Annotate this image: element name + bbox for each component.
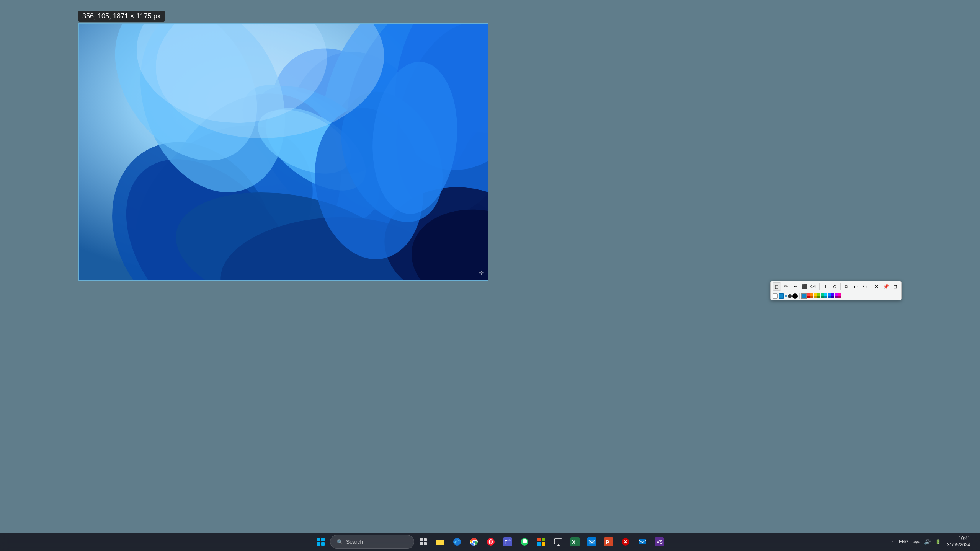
swatch-5[interactable]: [821, 293, 824, 296]
svg-text:T: T: [505, 540, 508, 545]
svg-point-47: [508, 539, 511, 541]
tray-overflow-button[interactable]: ∧: [889, 538, 896, 546]
pin-btn[interactable]: 📌: [882, 282, 890, 291]
coord-tooltip: 356, 105, 1871 × 1175 px: [78, 11, 165, 22]
wallpaper: ✛: [79, 24, 488, 280]
size-large[interactable]: [792, 293, 798, 299]
swatch-8[interactable]: [831, 293, 834, 296]
eraser-btn[interactable]: ⌫: [809, 282, 818, 291]
color-selected-blue[interactable]: [779, 293, 784, 299]
svg-rect-52: [542, 542, 545, 546]
app-x-button[interactable]: [618, 534, 633, 549]
devtools-button[interactable]: VS: [652, 534, 667, 549]
show-desktop-button[interactable]: [975, 534, 977, 549]
snip-window: ✛: [78, 23, 488, 281]
coord-text: 356, 105, 1871 × 1175 px: [82, 12, 161, 20]
pen-btn[interactable]: ✏: [782, 282, 790, 291]
pencil-btn[interactable]: ✒: [791, 282, 799, 291]
swatch-4[interactable]: [817, 293, 820, 296]
svg-text:VS: VS: [657, 540, 663, 545]
swatch-7[interactable]: [828, 293, 831, 296]
svg-rect-53: [554, 539, 562, 544]
mail-button[interactable]: [635, 534, 650, 549]
search-label: Search: [346, 539, 363, 545]
svg-rect-49: [537, 538, 541, 541]
start-button[interactable]: [313, 534, 328, 549]
swatch-3[interactable]: [814, 293, 817, 296]
snip-annotation-toolbar: □ ✏ ✒ ⬛ ⌫ T ⊕ ⧉ ↩: [770, 281, 902, 300]
svg-rect-61: [639, 539, 646, 544]
search-icon: 🔍: [336, 539, 343, 545]
highlighter-btn[interactable]: ⬛: [800, 282, 808, 291]
whatsapp-button[interactable]: [517, 534, 532, 549]
volume-icon[interactable]: 🔊: [923, 537, 932, 546]
size-small[interactable]: [785, 295, 787, 297]
task-view-button[interactable]: [416, 534, 431, 549]
taskbar: 🔍 Search: [0, 533, 980, 551]
swatch-13[interactable]: [814, 296, 817, 298]
svg-rect-33: [317, 542, 320, 546]
svg-rect-50: [542, 538, 545, 541]
swatch-18[interactable]: [831, 296, 834, 298]
color-cyan-blue[interactable]: [801, 293, 807, 299]
language-indicator[interactable]: ENG: [897, 538, 910, 546]
svg-point-64: [916, 543, 917, 544]
swatch-16[interactable]: [824, 296, 827, 298]
svg-rect-36: [424, 538, 427, 541]
svg-text:X: X: [572, 539, 576, 545]
svg-text:P: P: [606, 539, 609, 545]
store-button[interactable]: [534, 534, 549, 549]
teams-button[interactable]: T: [500, 534, 515, 549]
color-white[interactable]: [773, 293, 778, 299]
svg-rect-57: [589, 540, 595, 544]
time-display: 10:41: [959, 535, 970, 542]
desktop: 356, 105, 1871 × 1175 px: [0, 0, 980, 551]
clock-display[interactable]: 10:41 31/05/2024: [944, 535, 973, 548]
swatch-20[interactable]: [838, 296, 841, 298]
swatch-14[interactable]: [817, 296, 820, 298]
search-bar[interactable]: 🔍 Search: [330, 535, 414, 549]
edge-button[interactable]: [449, 534, 465, 549]
svg-rect-31: [317, 538, 320, 541]
svg-point-41: [473, 541, 475, 543]
size-medium[interactable]: [788, 294, 792, 298]
undo-btn[interactable]: ↩: [851, 282, 860, 291]
swatch-9[interactable]: [835, 293, 838, 296]
redo-btn[interactable]: ↪: [861, 282, 869, 291]
network-icon[interactable]: [912, 537, 921, 547]
swatch-10[interactable]: [838, 293, 841, 296]
svg-rect-51: [537, 542, 541, 546]
opera-button[interactable]: [483, 534, 498, 549]
battery-icon[interactable]: 🔋: [934, 538, 942, 546]
svg-rect-34: [321, 542, 325, 546]
swatch-1[interactable]: [807, 293, 810, 296]
powerpoint-button[interactable]: P: [601, 534, 616, 549]
swatch-2[interactable]: [810, 293, 813, 296]
text-btn[interactable]: T: [821, 282, 830, 291]
rect-select-btn[interactable]: □: [773, 282, 781, 291]
date-display: 31/05/2024: [947, 542, 970, 548]
swatch-19[interactable]: [835, 296, 838, 298]
remote-button[interactable]: [550, 534, 566, 549]
outlook-button[interactable]: [584, 534, 599, 549]
image-btn[interactable]: ⊕: [830, 282, 839, 291]
swatch-11[interactable]: [807, 296, 810, 298]
file-explorer-button[interactable]: [433, 534, 448, 549]
swatch-12[interactable]: [810, 296, 813, 298]
svg-rect-37: [420, 542, 423, 545]
copy-btn[interactable]: ⧉: [842, 282, 851, 291]
expand-btn[interactable]: ⊡: [891, 282, 899, 291]
swatch-17[interactable]: [828, 296, 831, 298]
excel-button[interactable]: X: [567, 534, 583, 549]
swatch-6[interactable]: [824, 293, 827, 296]
svg-rect-32: [321, 538, 325, 541]
svg-rect-38: [424, 542, 427, 545]
swatch-15[interactable]: [821, 296, 824, 298]
close-btn[interactable]: ✕: [872, 282, 881, 291]
svg-rect-35: [420, 538, 423, 541]
chrome-button[interactable]: [466, 534, 482, 549]
